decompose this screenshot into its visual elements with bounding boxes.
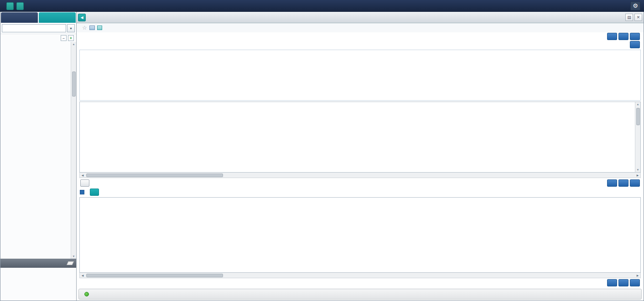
sidebar-tab-favorites[interactable] [39,12,76,23]
monitor-icon[interactable] [89,26,95,30]
app-window: ▼ − + ▲ ▼ ◀ ▤ ✕ [0,12,644,301]
document-tab-bar: ◀ ▤ ✕ [77,12,644,23]
scroll-thumb[interactable] [72,71,76,97]
grid2-cancel-button[interactable] [630,279,640,286]
grid1-cancel-button[interactable] [630,179,640,187]
menu-search-input[interactable] [2,24,66,32]
grid1-horizontal-scrollbar[interactable]: ◀ ▶ [79,173,641,178]
sidebar: ▼ − + ▲ ▼ [0,12,77,301]
new-window-icon[interactable] [97,26,102,30]
save-button[interactable] [630,33,640,40]
collapse-all-icon[interactable]: − [61,35,67,41]
scroll-up-icon[interactable]: ▲ [637,102,639,107]
sidebar-tab-menu[interactable] [1,12,38,23]
extend-time-button[interactable] [6,2,14,10]
tax-invoice-button[interactable] [90,189,99,196]
scroll-thumb[interactable] [636,108,640,125]
top-bar: ⚙ [0,0,644,12]
filter-form [79,50,641,101]
grid1-vertical-scrollbar[interactable]: ▲ ▼ [635,102,640,172]
scroll-up-icon[interactable]: ▲ [73,42,75,46]
scroll-thumb[interactable] [86,274,223,277]
tab-scroll-left-icon[interactable]: ◀ [78,14,86,21]
scroll-right-icon[interactable]: ▶ [635,173,640,177]
close-tab-icon[interactable]: ✕ [634,14,642,21]
recent-list [0,268,76,301]
invoice-merge-button[interactable] [80,179,89,187]
grid1-add-row-button[interactable] [607,179,617,187]
evidence-grid-empty-area [80,198,640,272]
clear-recent-icon[interactable] [67,261,74,265]
scroll-thumb[interactable] [86,173,223,177]
reset-button[interactable] [618,33,628,40]
status-bar [78,289,642,300]
grid1-delete-row-button[interactable] [618,179,628,187]
tab-list-icon[interactable]: ▤ [625,14,633,21]
expand-all-icon[interactable]: + [68,35,74,41]
scroll-down-icon[interactable]: ▼ [73,254,75,259]
scroll-down-icon[interactable]: ▼ [637,168,639,172]
logout-button[interactable] [16,2,24,10]
grid2-add-row-button[interactable] [607,279,617,286]
scroll-left-icon[interactable]: ◀ [80,173,85,177]
grid2-delete-row-button[interactable] [618,279,628,286]
grid2-horizontal-scrollbar[interactable]: ◀ ▶ [79,273,641,278]
settings-gear-icon[interactable]: ⚙ [630,1,640,10]
income-grid-table-wrap [80,102,635,172]
search-button[interactable] [607,33,617,40]
recent-work-header[interactable] [0,259,76,268]
scroll-right-icon[interactable]: ▶ [635,274,640,277]
income-grid: ▲ ▼ [79,102,641,173]
sidebar-scrollbar[interactable]: ▲ ▼ [71,42,76,259]
section-icon [80,190,84,194]
scroll-left-icon[interactable]: ◀ [80,274,85,277]
menu-tree [0,42,71,259]
evidence-grid [79,197,641,273]
status-success-icon [84,292,89,296]
e-approval-button[interactable] [630,41,640,48]
chevron-down-icon[interactable]: ▼ [67,24,75,32]
favorite-star-icon[interactable]: ☆ [82,25,87,31]
main-area: ◀ ▤ ✕ ☆ ▲ ▼ [77,12,644,301]
